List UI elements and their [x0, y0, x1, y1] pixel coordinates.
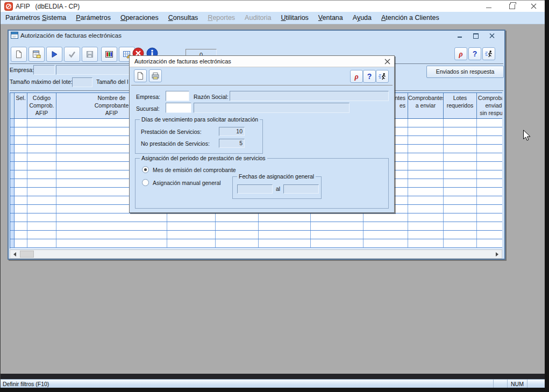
table-cell[interactable]	[408, 136, 444, 144]
close-form-button[interactable]: ρ	[454, 47, 467, 60]
enviados-sin-respuesta-button[interactable]: Enviados sin respuesta	[426, 66, 504, 78]
child-close-button[interactable]	[487, 32, 497, 40]
table-cell[interactable]	[408, 196, 444, 204]
dialog-close-button[interactable]	[383, 58, 391, 65]
table-cell[interactable]	[27, 205, 56, 213]
table-cell[interactable]	[311, 239, 363, 247]
table-cell[interactable]	[363, 222, 408, 230]
table-cell[interactable]	[10, 136, 15, 144]
table-cell[interactable]	[27, 196, 56, 204]
menu-item[interactable]: Utilitarios	[276, 12, 313, 24]
table-cell[interactable]	[477, 119, 502, 127]
table-cell[interactable]	[10, 170, 15, 179]
table-cell[interactable]	[363, 213, 408, 222]
table-cell[interactable]	[167, 231, 216, 239]
table-cell[interactable]	[408, 119, 444, 127]
table-row[interactable]	[10, 239, 502, 248]
radio-unselected-icon[interactable]	[142, 179, 149, 186]
table-cell[interactable]	[167, 239, 216, 247]
table-row[interactable]	[10, 231, 502, 239]
radio-option[interactable]: Mes de emisión del comprobante	[142, 165, 227, 178]
table-cell[interactable]	[27, 239, 56, 247]
table-cell[interactable]	[10, 188, 15, 196]
dialog-exit-button[interactable]	[376, 70, 389, 83]
table-cell[interactable]	[56, 213, 167, 222]
menu-item[interactable]: Ayuda	[348, 12, 376, 24]
table-cell[interactable]	[444, 222, 477, 230]
table-cell[interactable]	[444, 205, 477, 213]
table-cell[interactable]	[408, 179, 444, 187]
table-cell[interactable]	[216, 231, 259, 239]
radio-selected-icon[interactable]	[142, 166, 149, 173]
scroll-left-button[interactable]	[10, 250, 19, 258]
minimize-button[interactable]	[481, 1, 497, 12]
table-cell[interactable]	[216, 222, 259, 230]
table-cell[interactable]	[167, 222, 216, 230]
table-cell[interactable]	[15, 145, 27, 153]
table-cell[interactable]	[27, 188, 56, 196]
save-button[interactable]	[82, 47, 98, 62]
table-cell[interactable]	[27, 136, 56, 144]
properties-button[interactable]	[28, 47, 45, 62]
table-cell[interactable]	[15, 231, 27, 239]
dialog-print-button[interactable]	[149, 69, 162, 82]
table-cell[interactable]	[259, 222, 311, 230]
table-cell[interactable]	[477, 188, 502, 196]
table-cell[interactable]	[363, 231, 408, 239]
lot-status-button[interactable]	[101, 47, 117, 62]
table-cell[interactable]	[15, 119, 27, 127]
table-cell[interactable]	[363, 239, 408, 247]
table-cell[interactable]	[10, 153, 15, 161]
dialog-title-bar[interactable]: Autorización de facturas electrónicas	[130, 56, 394, 67]
table-cell[interactable]	[27, 145, 56, 153]
table-cell[interactable]	[27, 179, 56, 187]
table-cell[interactable]	[15, 196, 27, 204]
table-cell[interactable]	[56, 222, 167, 230]
table-cell[interactable]	[27, 170, 56, 179]
run-button[interactable]	[46, 47, 62, 62]
table-cell[interactable]	[408, 145, 444, 153]
table-cell[interactable]	[444, 127, 477, 136]
scroll-right-button[interactable]	[493, 250, 502, 258]
table-cell[interactable]	[477, 231, 502, 239]
table-cell[interactable]	[408, 222, 444, 230]
table-cell[interactable]	[444, 145, 477, 153]
menu-item[interactable]: Ventana	[313, 12, 348, 24]
table-cell[interactable]	[27, 162, 56, 170]
help-button[interactable]: ?	[468, 47, 481, 60]
table-cell[interactable]	[408, 170, 444, 179]
table-cell[interactable]	[311, 213, 363, 222]
table-cell[interactable]	[10, 119, 15, 127]
table-cell[interactable]	[56, 239, 167, 247]
table-cell[interactable]	[259, 213, 311, 222]
menu-item[interactable]: Atención a Clientes	[376, 12, 444, 24]
table-cell[interactable]	[444, 119, 477, 127]
table-row[interactable]	[10, 213, 502, 222]
dialog-empresa-input[interactable]	[166, 91, 189, 101]
table-row[interactable]	[10, 222, 502, 231]
table-cell[interactable]	[477, 239, 502, 247]
exit-button[interactable]	[482, 47, 495, 60]
table-cell[interactable]	[15, 213, 27, 222]
table-cell[interactable]	[10, 222, 15, 230]
table-cell[interactable]	[27, 153, 56, 161]
table-cell[interactable]	[477, 205, 502, 213]
table-cell[interactable]	[477, 170, 502, 179]
horizontal-scrollbar[interactable]	[10, 250, 502, 259]
table-cell[interactable]	[167, 213, 216, 222]
child-minimize-button[interactable]	[455, 32, 465, 40]
close-button[interactable]	[525, 1, 541, 12]
table-cell[interactable]	[216, 239, 259, 247]
table-cell[interactable]	[15, 188, 27, 196]
table-cell[interactable]	[10, 179, 15, 187]
table-cell[interactable]	[444, 179, 477, 187]
menu-item[interactable]: Parámetros Sistema	[1, 12, 71, 24]
radio-option[interactable]: Asignación manual general	[142, 178, 227, 191]
table-cell[interactable]	[477, 222, 502, 230]
table-cell[interactable]	[10, 205, 15, 213]
table-cell[interactable]	[408, 213, 444, 222]
table-cell[interactable]	[10, 231, 15, 239]
table-cell[interactable]	[444, 213, 477, 222]
table-cell[interactable]	[444, 196, 477, 204]
table-cell[interactable]	[15, 127, 27, 136]
